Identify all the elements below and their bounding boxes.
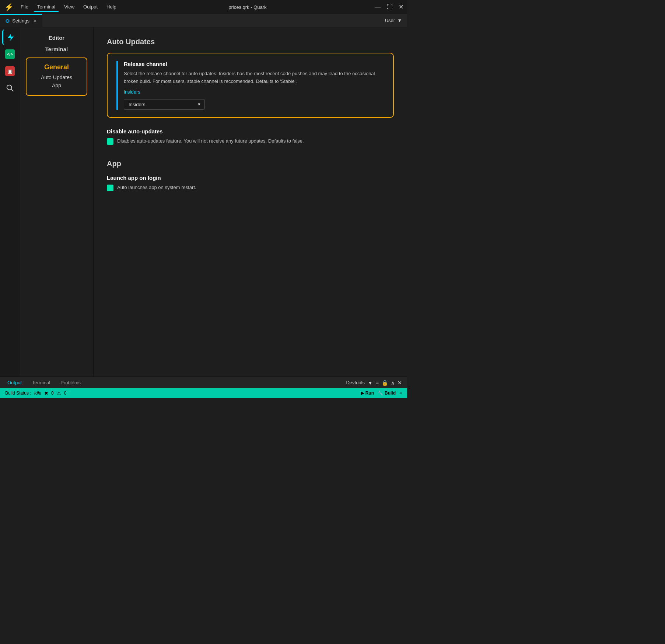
bottom-panel: Output Terminal Problems Devtools ▼ ≡ 🔒 … <box>0 377 407 388</box>
window-controls: — ⛶ ✕ <box>375 4 403 10</box>
run-label: Run <box>365 391 374 396</box>
devtools-lock-icon[interactable]: 🔒 <box>382 380 388 386</box>
build-icon: 🔧 <box>378 391 383 396</box>
disable-auto-updates-row: Disable auto-updates Disables auto-updat… <box>107 128 394 145</box>
sidebar-nav: Editor Terminal General Auto UpdatesApp <box>20 27 94 377</box>
release-channel-select-wrapper[interactable]: Insiders Stable <box>124 99 205 110</box>
disable-auto-updates-name: Disable auto-updates <box>107 128 394 134</box>
devtools-chevron-icon[interactable]: ▼ <box>368 380 373 386</box>
main-layout: </> ▣ Editor Terminal General Auto Updat… <box>0 27 407 377</box>
activity-lightning[interactable] <box>2 29 18 45</box>
menu-terminal[interactable]: Terminal <box>34 3 59 12</box>
app-section-title: App <box>107 160 394 168</box>
log-icon: ≡ <box>399 391 402 396</box>
sidebar-general-title: General <box>32 63 81 71</box>
release-channel-desc: Select the release channel for auto upda… <box>124 70 384 85</box>
release-channel-card: Release channel Select the release chann… <box>107 53 394 118</box>
bottom-tab-problems[interactable]: Problems <box>58 380 83 385</box>
auto-updates-section-title: Auto Updates <box>107 38 394 46</box>
minimize-button[interactable]: — <box>375 4 381 10</box>
activity-box[interactable]: ▣ <box>2 63 18 79</box>
log-button[interactable]: ≡ <box>399 391 402 396</box>
launch-on-login-name: Launch app on login <box>107 175 394 181</box>
content-area: Auto Updates Release channel Select the … <box>94 27 407 377</box>
menu-bar: File Terminal View Output Help <box>17 3 120 12</box>
warning-count: 0 <box>64 391 67 396</box>
launch-on-login-desc: Auto launches app on system restart. <box>107 184 394 192</box>
bottom-tab-output[interactable]: Output <box>5 380 24 385</box>
devtools-close-icon[interactable]: ✕ <box>398 380 402 386</box>
status-bar: Build Status : Idle ✖ 0 ⚠ 0 ▶ Run 🔧 Buil… <box>0 388 407 398</box>
sidebar-nav-item-general[interactable]: General Auto UpdatesApp <box>26 57 87 96</box>
titlebar: ⚡ File Terminal View Output Help prices.… <box>0 0 407 14</box>
menu-output[interactable]: Output <box>80 3 101 12</box>
warning-icon: ⚠ <box>57 391 61 396</box>
sidebar-section-terminal: Terminal <box>26 46 87 52</box>
menu-help[interactable]: Help <box>103 3 120 12</box>
devtools-up-icon[interactable]: ∧ <box>391 380 395 386</box>
launch-on-login-row: Launch app on login Auto launches app on… <box>107 175 394 192</box>
disable-auto-updates-desc-text: Disables auto-updates feature. You will … <box>117 137 304 145</box>
build-button[interactable]: 🔧 Build <box>378 391 396 396</box>
launch-on-login-desc-text: Auto launches app on system restart. <box>117 184 196 192</box>
activity-code[interactable]: </> <box>2 46 18 62</box>
activity-search[interactable] <box>2 80 18 96</box>
user-area[interactable]: User ▼ <box>385 18 407 23</box>
run-icon: ▶ <box>361 391 364 396</box>
disable-auto-updates-desc: Disables auto-updates feature. You will … <box>107 137 394 145</box>
release-channel-select[interactable]: Insiders Stable <box>124 99 205 110</box>
settings-tab-icon: ⚙ <box>5 18 10 24</box>
devtools-label: Devtools <box>346 380 365 385</box>
release-channel-name: Release channel <box>124 61 384 67</box>
tab-settings[interactable]: ⚙ Settings ✕ <box>0 14 42 27</box>
app-logo-icon: ⚡ <box>4 2 14 12</box>
menu-view[interactable]: View <box>60 3 78 12</box>
svg-marker-0 <box>7 34 14 41</box>
close-button[interactable]: ✕ <box>399 4 403 10</box>
window-title: prices.qrk - Quark <box>120 4 375 10</box>
maximize-button[interactable]: ⛶ <box>387 4 393 10</box>
sidebar-section-editor: Editor <box>26 35 87 41</box>
launch-on-login-checkbox[interactable] <box>107 185 113 191</box>
build-status-label: Build Status : <box>5 391 31 396</box>
settings-tab-label: Settings <box>12 18 29 24</box>
bottom-tab-terminal[interactable]: Terminal <box>30 380 52 385</box>
user-chevron-icon: ▼ <box>397 18 402 23</box>
statusbar-actions: ▶ Run 🔧 Build ≡ <box>361 391 402 396</box>
svg-point-1 <box>7 85 12 90</box>
devtools-area: Devtools ▼ ≡ 🔒 ∧ ✕ <box>346 380 402 386</box>
build-label: Build <box>385 391 396 396</box>
disable-auto-updates-checkbox[interactable] <box>107 138 113 145</box>
run-button[interactable]: ▶ Run <box>361 391 374 396</box>
tab-bar: ⚙ Settings ✕ User ▼ <box>0 14 407 27</box>
settings-tab-close[interactable]: ✕ <box>33 18 37 24</box>
svg-line-2 <box>11 89 13 91</box>
activity-bar: </> ▣ <box>0 27 20 377</box>
menu-file[interactable]: File <box>17 3 32 12</box>
release-channel-current: insiders <box>124 89 384 95</box>
error-icon: ✖ <box>44 391 48 396</box>
user-label: User <box>385 18 395 23</box>
devtools-menu-icon[interactable]: ≡ <box>376 380 379 386</box>
build-status-value: Idle <box>34 391 41 396</box>
sidebar-general-subs: Auto UpdatesApp <box>32 73 81 90</box>
error-count: 0 <box>51 391 54 396</box>
